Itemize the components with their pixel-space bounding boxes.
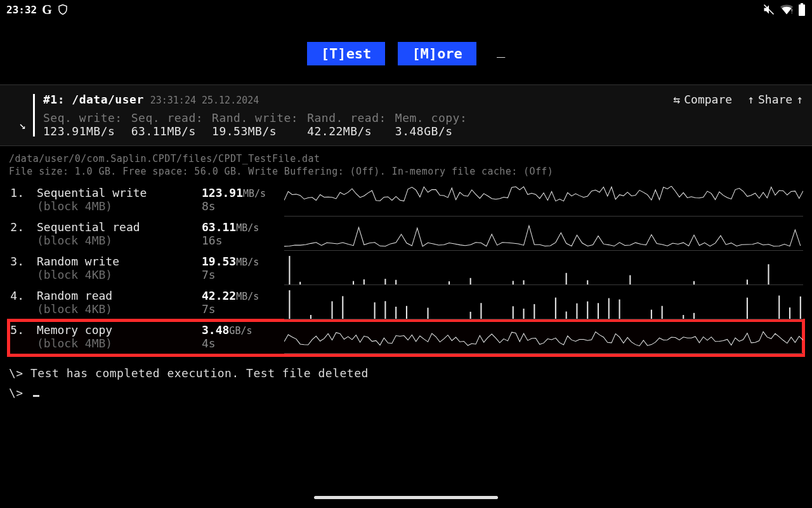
row-graph — [284, 186, 803, 217]
terminal-output: \> Test has completed execution. Test fi… — [0, 355, 812, 417]
row-duration: 8s — [202, 199, 272, 213]
metric-value: 63.11MB/s — [131, 124, 203, 138]
metric-value: 42.22MB/s — [307, 124, 386, 138]
google-icon: G — [42, 3, 52, 17]
run-title: #1: /data/user — [43, 93, 144, 106]
expand-arrow-icon[interactable]: ↘ — [19, 118, 26, 131]
test-button[interactable]: [T]est — [307, 42, 386, 65]
file-path: /data/user/0/com.Saplin.CPDT/files/CPDT_… — [9, 152, 803, 165]
result-row: 3.Random write(block 4KB)19.53MB/s7s — [9, 252, 803, 286]
metric-value: 123.91MB/s — [43, 124, 122, 138]
row-name: Memory copy — [37, 323, 189, 337]
row-value: 42.22MB/s — [202, 289, 272, 302]
caret-cursor: _ — [497, 42, 505, 65]
row-sub: (block 4MB) — [37, 234, 189, 247]
summary-metrics: Seq. write:123.91MB/s Seq. read:63.11MB/… — [43, 111, 803, 138]
row-sub: (block 4KB) — [37, 268, 189, 281]
vertical-rule — [33, 94, 35, 137]
home-indicator[interactable] — [314, 496, 498, 499]
row-name: Sequential read — [37, 220, 189, 234]
metric-value: 19.53MB/s — [212, 124, 298, 138]
result-row: 2.Sequential read(block 4MB)63.11MB/s16s — [9, 218, 803, 252]
row-graph — [284, 220, 803, 251]
metric-label: Rand. write: — [212, 111, 298, 124]
row-sub: (block 4MB) — [37, 337, 189, 350]
more-button[interactable]: [M]ore — [398, 42, 476, 65]
metric-label: Seq. read: — [131, 111, 203, 124]
swap-icon: ⇆ — [673, 93, 680, 106]
row-value: 63.11MB/s — [202, 220, 272, 234]
row-duration: 16s — [202, 234, 272, 247]
result-row: 5.Memory copy(block 4MB)3.48GB/s4s — [9, 321, 803, 355]
row-value: 123.91MB/s — [202, 186, 272, 199]
file-info: /data/user/0/com.Saplin.CPDT/files/CPDT_… — [0, 146, 812, 180]
row-duration: 7s — [202, 268, 272, 281]
row-name: Random read — [37, 289, 189, 302]
top-button-row: [T]est [M]ore _ — [0, 19, 812, 84]
row-index: 5. — [9, 323, 24, 337]
metric-label: Rand. read: — [307, 111, 386, 124]
row-name: Sequential write — [37, 186, 189, 199]
row-duration: 7s — [202, 302, 272, 316]
row-duration: 4s — [202, 337, 272, 350]
share-button[interactable]: ↑Share↑ — [747, 93, 803, 106]
row-value: 19.53MB/s — [202, 255, 272, 268]
metric-value: 3.48GB/s — [395, 124, 467, 138]
cursor — [33, 395, 39, 397]
row-index: 3. — [9, 255, 24, 268]
svg-text:!: ! — [790, 8, 793, 15]
svg-rect-3 — [801, 3, 803, 4]
row-graph — [284, 289, 803, 319]
row-graph — [284, 323, 803, 354]
summary-bar: ↘ #1: /data/user 23:31:24 25.12.2024 ⇆ C… — [0, 84, 812, 146]
row-graph — [284, 255, 803, 285]
terminal-line: \> Test has completed execution. Test fi… — [9, 366, 803, 380]
results-list: 1.Sequential write(block 4MB)123.91MB/s8… — [0, 180, 812, 355]
wifi-icon: ! — [780, 4, 793, 15]
mute-icon — [763, 3, 775, 16]
compare-button[interactable]: ⇆ Compare — [673, 93, 732, 106]
row-value: 3.48GB/s — [202, 323, 272, 337]
up-arrow-icon: ↑ — [747, 93, 754, 106]
svg-rect-2 — [799, 4, 805, 16]
row-name: Random write — [37, 255, 189, 268]
up-arrow-icon: ↑ — [796, 93, 803, 106]
row-index: 2. — [9, 220, 24, 234]
row-index: 1. — [9, 186, 24, 199]
shield-icon — [57, 4, 69, 15]
file-details: File size: 1.0 GB. Free space: 56.0 GB. … — [9, 165, 803, 178]
terminal-prompt: \> — [9, 386, 803, 399]
row-sub: (block 4MB) — [37, 199, 189, 213]
battery-icon — [798, 3, 806, 16]
row-index: 4. — [9, 289, 24, 302]
row-sub: (block 4KB) — [37, 302, 189, 316]
android-status-bar: 23:32 G ! — [0, 0, 812, 19]
result-row: 1.Sequential write(block 4MB)123.91MB/s8… — [9, 184, 803, 218]
metric-label: Mem. copy: — [395, 111, 467, 124]
metric-label: Seq. write: — [43, 111, 122, 124]
result-row: 4.Random read(block 4KB)42.22MB/s7s — [9, 286, 803, 321]
status-time: 23:32 — [6, 4, 37, 16]
run-timestamp: 23:31:24 25.12.2024 — [150, 95, 259, 106]
